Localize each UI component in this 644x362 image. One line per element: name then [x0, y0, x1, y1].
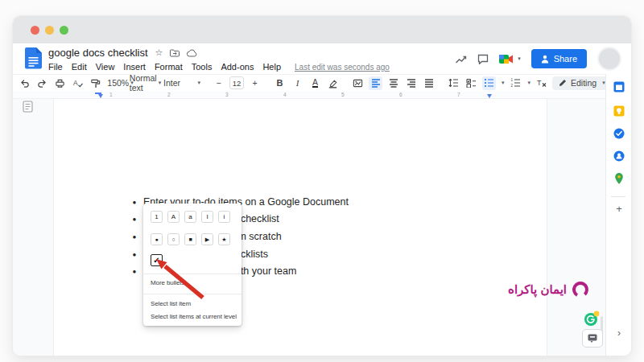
browser-window: google docs checklist ☆ File Edit View I… [13, 16, 631, 356]
meet-caret-icon: ▾ [518, 56, 521, 62]
bullet-style-option[interactable]: ■ [184, 233, 196, 245]
maps-icon[interactable] [613, 172, 625, 185]
grammarly-icon[interactable] [584, 311, 600, 327]
svg-text:T: T [537, 79, 542, 87]
menu-help[interactable]: Help [262, 62, 281, 72]
header-right-controls: ▾ Share [455, 43, 621, 74]
menu-divider [143, 294, 242, 294]
comment-history-icon[interactable] [477, 54, 489, 64]
select-list-item[interactable]: Select list item [151, 300, 191, 307]
contacts-icon[interactable] [613, 150, 625, 162]
print-button[interactable] [53, 76, 67, 90]
select-list-items-level-item[interactable]: Select list items at current level [151, 313, 237, 320]
ruler-number: 7 [457, 92, 460, 97]
numbered-style-option[interactable]: i [218, 211, 230, 223]
menu-edit[interactable]: Edit [72, 62, 87, 72]
numbered-list-caret-icon[interactable]: ▾ [528, 80, 531, 86]
svg-text:1: 1 [510, 78, 513, 82]
font-size-field[interactable]: 12 [229, 76, 244, 89]
calendar-icon[interactable] [613, 80, 625, 93]
hide-side-panel-icon[interactable]: › [606, 327, 631, 339]
ruler-number: 6 [399, 92, 402, 97]
checklist-button[interactable] [464, 76, 478, 90]
line-spacing-button[interactable] [447, 76, 460, 90]
menu-insert[interactable]: Insert [123, 62, 146, 72]
numbered-style-option[interactable]: I [201, 211, 213, 223]
cloud-saved-icon[interactable] [187, 49, 197, 57]
zoom-window-button[interactable] [60, 26, 68, 35]
insert-image-button[interactable] [351, 76, 365, 90]
last-edit-link[interactable]: Last edit was seconds ago [295, 63, 390, 72]
menu-view[interactable]: View [96, 62, 115, 72]
bullet-style-option[interactable]: ★ [218, 233, 230, 245]
spellcheck-button[interactable]: A [71, 76, 85, 90]
undo-button[interactable] [18, 76, 31, 90]
watermark-logo-icon [572, 281, 589, 298]
redo-button[interactable] [35, 76, 49, 90]
menu-file[interactable]: File [48, 62, 63, 72]
docs-toolbar: A 150%▾ Normal text▾ Inter▾ − 12 + B I [13, 74, 605, 91]
text-color-button[interactable]: A [308, 76, 322, 90]
tasks-icon[interactable] [613, 127, 625, 140]
document-outline-icon[interactable] [23, 101, 33, 113]
bullet-glyph: ● [131, 199, 138, 206]
account-avatar[interactable] [597, 47, 621, 71]
italic-button[interactable]: I [291, 76, 304, 90]
align-left-button[interactable] [369, 76, 382, 90]
menu-addons[interactable]: Add-ons [221, 62, 254, 72]
checkbox-style-option[interactable]: ✓ [151, 254, 163, 266]
numbered-list-button[interactable]: 12 [509, 76, 522, 90]
meet-call-button[interactable]: ▾ [499, 54, 521, 64]
justify-button[interactable] [422, 76, 436, 90]
bullet-style-option[interactable]: ● [151, 233, 163, 245]
menu-tools[interactable]: Tools [192, 62, 213, 72]
numbered-style-row: 1 A a I i [151, 211, 230, 223]
paragraph-style-select[interactable]: Normal text▾ [138, 76, 152, 90]
close-button[interactable] [31, 26, 39, 35]
clear-formatting-button[interactable]: T [535, 76, 548, 90]
bulleted-list-caret-icon[interactable]: ▾ [502, 80, 505, 86]
zoom-select[interactable]: 150%▾ [114, 76, 127, 90]
star-icon[interactable]: ☆ [155, 48, 163, 57]
side-panel-divider [611, 196, 625, 197]
watermark-text: ایمان پاکراه [508, 282, 567, 297]
share-button[interactable]: Share [531, 49, 587, 68]
bulleted-list-button[interactable] [482, 76, 496, 90]
bullet-style-option[interactable]: ▶ [201, 233, 213, 245]
ruler-number: 4 [283, 92, 287, 97]
increase-font-size-button[interactable]: + [248, 76, 262, 90]
align-right-button[interactable] [404, 76, 418, 90]
bullet-glyph: ● [131, 268, 138, 275]
numbered-style-option[interactable]: A [167, 211, 180, 223]
document-page[interactable]: ● Enter your to-do items on a Google Doc… [53, 98, 547, 356]
highlight-color-button[interactable] [326, 76, 340, 90]
menu-format[interactable]: Format [155, 62, 183, 72]
screenshot-stage: google docs checklist ☆ File Edit View I… [0, 0, 644, 362]
editing-mode-select[interactable]: Editing ▾ [552, 76, 612, 90]
style-caret-icon: ▾ [159, 80, 162, 86]
font-select[interactable]: Inter▾ [163, 76, 200, 90]
docs-header: google docs checklist ☆ File Edit View I… [13, 43, 631, 74]
workspace-side-panel: + › [605, 74, 631, 356]
more-bullets-item[interactable]: More bullets [151, 279, 184, 286]
doc-title[interactable]: google docs checklist [48, 47, 148, 59]
menu-bar: File Edit View Insert Format Tools Add-o… [48, 60, 390, 73]
bullet-style-option[interactable]: ○ [167, 233, 180, 245]
move-folder-icon[interactable] [170, 49, 180, 57]
bullet-glyph: ● [131, 251, 138, 258]
menu-divider [143, 274, 242, 274]
numbered-style-option[interactable]: a [184, 211, 196, 223]
align-center-button[interactable] [386, 76, 400, 90]
document-activity-icon[interactable] [455, 54, 467, 64]
share-label: Share [554, 54, 577, 64]
minimize-button[interactable] [45, 26, 54, 35]
get-add-ons-icon[interactable]: + [606, 203, 631, 215]
bold-button[interactable]: B [273, 76, 287, 90]
numbered-style-option[interactable]: 1 [151, 211, 163, 223]
ruler-number: 2 [167, 92, 171, 97]
paint-format-button[interactable] [89, 76, 102, 90]
decrease-font-size-button[interactable]: − [212, 76, 225, 90]
feedback-button[interactable] [582, 329, 603, 348]
google-docs-icon[interactable] [25, 47, 42, 69]
keep-icon[interactable] [613, 105, 625, 117]
